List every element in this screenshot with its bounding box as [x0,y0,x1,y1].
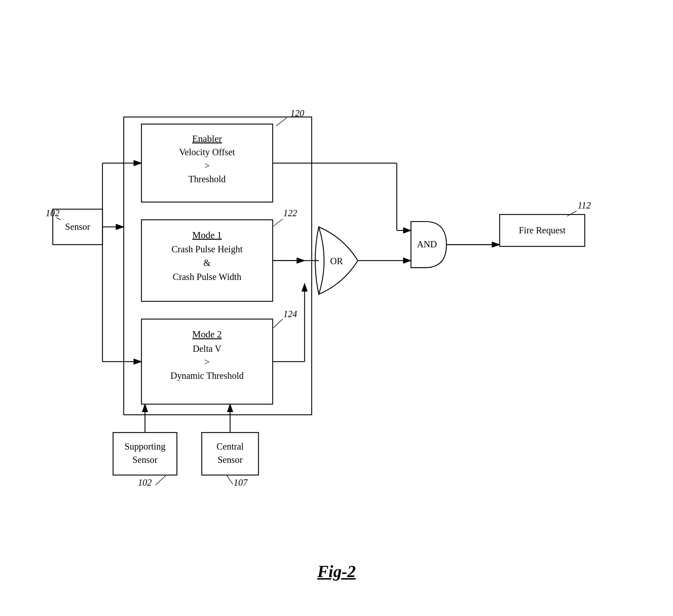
mode1-line1: Crash Pulse Height [171,244,243,254]
mode2-line2: > [204,357,210,367]
enabler-line1: Velocity Offset [179,147,235,157]
ref-102a: 102 [138,478,151,488]
supporting-line2: Sensor [132,455,158,465]
fire-label: Fire Request [519,225,566,235]
diagram-svg: Sensor Enabler Velocity Offset > Thresho… [35,21,638,582]
enabler-title: Enabler [192,134,222,144]
central-line1: Central [217,442,244,452]
mode2-line3: Dynamic Threshold [170,371,244,381]
mode1-line3: Crash Pulse Width [173,272,242,282]
central-line2: Sensor [218,455,243,465]
enabler-line3: Threshold [188,174,226,184]
ref-122: 122 [283,208,297,218]
svg-rect-6 [202,432,259,475]
mode2-title: Mode 2 [192,329,222,340]
mode2-line1: Delta V [193,344,222,354]
svg-rect-5 [113,432,177,475]
ref-124: 124 [283,309,297,319]
enabler-line2: > [204,161,210,171]
diagram-container: Sensor Enabler Velocity Offset > Thresho… [35,21,638,582]
ref-120: 120 [290,108,304,118]
figure-label: Fig-2 [317,562,355,581]
ref-102b: 102 [46,208,59,218]
or-label: OR [330,256,343,266]
mode1-line2: & [203,258,210,268]
and-label: AND [417,239,437,249]
ref-107: 107 [234,478,248,488]
ref-112: 112 [578,200,591,211]
supporting-line1: Supporting [124,442,165,452]
sensor-label: Sensor [65,222,90,232]
mode1-title: Mode 1 [192,230,222,240]
